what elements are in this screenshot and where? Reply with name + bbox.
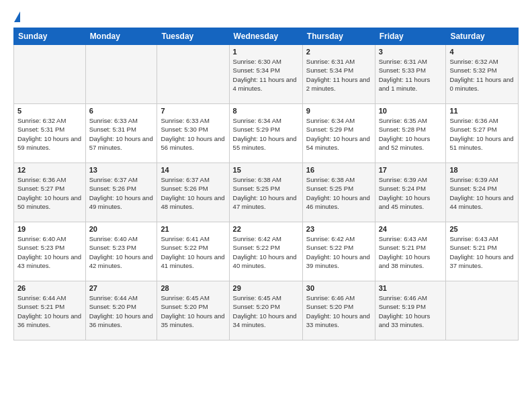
- day-info: Sunrise: 6:39 AM Sunset: 5:24 PM Dayligh…: [379, 175, 443, 211]
- day-info: Sunrise: 6:31 AM Sunset: 5:33 PM Dayligh…: [379, 57, 443, 93]
- calendar-cell: 31Sunrise: 6:46 AM Sunset: 5:19 PM Dayli…: [375, 281, 446, 340]
- calendar-cell: 2Sunrise: 6:31 AM Sunset: 5:34 PM Daylig…: [302, 45, 375, 104]
- day-info: Sunrise: 6:39 AM Sunset: 5:24 PM Dayligh…: [449, 175, 515, 211]
- calendar-body: 1Sunrise: 6:30 AM Sunset: 5:34 PM Daylig…: [14, 45, 519, 340]
- day-info: Sunrise: 6:45 AM Sunset: 5:20 PM Dayligh…: [233, 293, 299, 329]
- day-number: 9: [306, 107, 371, 115]
- day-info: Sunrise: 6:40 AM Sunset: 5:23 PM Dayligh…: [17, 234, 82, 270]
- day-number: 30: [306, 284, 371, 292]
- calendar-cell: 12Sunrise: 6:36 AM Sunset: 5:27 PM Dayli…: [14, 163, 86, 222]
- day-info: Sunrise: 6:34 AM Sunset: 5:29 PM Dayligh…: [233, 116, 299, 152]
- day-number: 13: [89, 166, 154, 174]
- day-number: 29: [233, 284, 299, 292]
- day-info: Sunrise: 6:37 AM Sunset: 5:26 PM Dayligh…: [89, 175, 154, 211]
- calendar-cell: 22Sunrise: 6:42 AM Sunset: 5:22 PM Dayli…: [229, 222, 302, 281]
- calendar-cell: 8Sunrise: 6:34 AM Sunset: 5:29 PM Daylig…: [229, 104, 302, 163]
- day-number: 5: [17, 107, 82, 115]
- calendar-cell: 23Sunrise: 6:42 AM Sunset: 5:22 PM Dayli…: [302, 222, 375, 281]
- day-info: Sunrise: 6:42 AM Sunset: 5:22 PM Dayligh…: [233, 234, 299, 270]
- day-info: Sunrise: 6:43 AM Sunset: 5:21 PM Dayligh…: [379, 234, 443, 270]
- calendar-cell: 25Sunrise: 6:43 AM Sunset: 5:21 PM Dayli…: [446, 222, 519, 281]
- day-number: 3: [379, 48, 443, 56]
- day-number: 12: [17, 166, 82, 174]
- calendar-cell: 5Sunrise: 6:32 AM Sunset: 5:31 PM Daylig…: [14, 104, 86, 163]
- calendar-cell: 9Sunrise: 6:34 AM Sunset: 5:29 PM Daylig…: [302, 104, 375, 163]
- day-number: 7: [161, 107, 225, 115]
- day-number: 16: [306, 166, 371, 174]
- calendar-cell: 16Sunrise: 6:38 AM Sunset: 5:25 PM Dayli…: [302, 163, 375, 222]
- week-row-1: 1Sunrise: 6:30 AM Sunset: 5:34 PM Daylig…: [14, 45, 519, 104]
- day-number: 1: [233, 48, 299, 56]
- logo-triangle-icon: [14, 11, 20, 22]
- calendar-cell: 10Sunrise: 6:35 AM Sunset: 5:28 PM Dayli…: [375, 104, 446, 163]
- calendar-cell: 19Sunrise: 6:40 AM Sunset: 5:23 PM Dayli…: [14, 222, 86, 281]
- day-number: 31: [379, 284, 443, 292]
- header: [13, 11, 519, 22]
- calendar-header: SundayMondayTuesdayWednesdayThursdayFrid…: [14, 28, 519, 45]
- day-info: Sunrise: 6:42 AM Sunset: 5:22 PM Dayligh…: [306, 234, 371, 270]
- weekday-header-sunday: Sunday: [14, 28, 86, 45]
- day-info: Sunrise: 6:36 AM Sunset: 5:27 PM Dayligh…: [449, 116, 515, 152]
- day-info: Sunrise: 6:30 AM Sunset: 5:34 PM Dayligh…: [233, 57, 299, 93]
- day-info: Sunrise: 6:43 AM Sunset: 5:21 PM Dayligh…: [449, 234, 515, 270]
- weekday-header-tuesday: Tuesday: [157, 28, 229, 45]
- calendar-cell: [85, 45, 157, 104]
- calendar-cell: 21Sunrise: 6:41 AM Sunset: 5:22 PM Dayli…: [157, 222, 229, 281]
- day-number: 23: [306, 225, 371, 233]
- calendar-cell: 29Sunrise: 6:45 AM Sunset: 5:20 PM Dayli…: [229, 281, 302, 340]
- day-number: 18: [449, 166, 515, 174]
- day-number: 22: [233, 225, 299, 233]
- day-number: 15: [233, 166, 299, 174]
- weekday-header-row: SundayMondayTuesdayWednesdayThursdayFrid…: [14, 28, 519, 45]
- day-info: Sunrise: 6:36 AM Sunset: 5:27 PM Dayligh…: [17, 175, 82, 211]
- weekday-header-saturday: Saturday: [446, 28, 519, 45]
- day-info: Sunrise: 6:32 AM Sunset: 5:31 PM Dayligh…: [17, 116, 82, 152]
- calendar-cell: 7Sunrise: 6:33 AM Sunset: 5:30 PM Daylig…: [157, 104, 229, 163]
- day-info: Sunrise: 6:34 AM Sunset: 5:29 PM Dayligh…: [306, 116, 371, 152]
- calendar-cell: 27Sunrise: 6:44 AM Sunset: 5:20 PM Dayli…: [85, 281, 157, 340]
- week-row-4: 19Sunrise: 6:40 AM Sunset: 5:23 PM Dayli…: [14, 222, 519, 281]
- day-info: Sunrise: 6:38 AM Sunset: 5:25 PM Dayligh…: [233, 175, 299, 211]
- calendar-cell: 18Sunrise: 6:39 AM Sunset: 5:24 PM Dayli…: [446, 163, 519, 222]
- weekday-header-wednesday: Wednesday: [229, 28, 302, 45]
- day-number: 25: [449, 225, 515, 233]
- calendar-cell: 4Sunrise: 6:32 AM Sunset: 5:32 PM Daylig…: [446, 45, 519, 104]
- day-info: Sunrise: 6:44 AM Sunset: 5:21 PM Dayligh…: [17, 293, 82, 329]
- weekday-header-friday: Friday: [375, 28, 446, 45]
- calendar-cell: 20Sunrise: 6:40 AM Sunset: 5:23 PM Dayli…: [85, 222, 157, 281]
- week-row-3: 12Sunrise: 6:36 AM Sunset: 5:27 PM Dayli…: [14, 163, 519, 222]
- calendar-cell: 6Sunrise: 6:33 AM Sunset: 5:31 PM Daylig…: [85, 104, 157, 163]
- day-number: 28: [161, 284, 225, 292]
- day-number: 11: [449, 107, 515, 115]
- day-info: Sunrise: 6:41 AM Sunset: 5:22 PM Dayligh…: [161, 234, 225, 270]
- day-number: 19: [17, 225, 82, 233]
- day-number: 27: [89, 284, 154, 292]
- calendar-cell: 14Sunrise: 6:37 AM Sunset: 5:26 PM Dayli…: [157, 163, 229, 222]
- day-number: 4: [449, 48, 515, 56]
- day-number: 2: [306, 48, 371, 56]
- day-number: 20: [89, 225, 154, 233]
- day-number: 26: [17, 284, 82, 292]
- calendar-cell: [157, 45, 229, 104]
- calendar-cell: [14, 45, 86, 104]
- calendar-page: SundayMondayTuesdayWednesdayThursdayFrid…: [0, 0, 532, 347]
- week-row-5: 26Sunrise: 6:44 AM Sunset: 5:21 PM Dayli…: [14, 281, 519, 340]
- calendar-cell: [446, 281, 519, 340]
- day-info: Sunrise: 6:38 AM Sunset: 5:25 PM Dayligh…: [306, 175, 371, 211]
- day-info: Sunrise: 6:35 AM Sunset: 5:28 PM Dayligh…: [379, 116, 443, 152]
- day-info: Sunrise: 6:46 AM Sunset: 5:19 PM Dayligh…: [379, 293, 443, 329]
- day-number: 24: [379, 225, 443, 233]
- day-info: Sunrise: 6:37 AM Sunset: 5:26 PM Dayligh…: [161, 175, 225, 211]
- weekday-header-monday: Monday: [85, 28, 157, 45]
- day-number: 21: [161, 225, 225, 233]
- calendar-cell: 1Sunrise: 6:30 AM Sunset: 5:34 PM Daylig…: [229, 45, 302, 104]
- day-info: Sunrise: 6:32 AM Sunset: 5:32 PM Dayligh…: [449, 57, 515, 93]
- calendar-cell: 3Sunrise: 6:31 AM Sunset: 5:33 PM Daylig…: [375, 45, 446, 104]
- calendar-cell: 26Sunrise: 6:44 AM Sunset: 5:21 PM Dayli…: [14, 281, 86, 340]
- calendar-cell: 17Sunrise: 6:39 AM Sunset: 5:24 PM Dayli…: [375, 163, 446, 222]
- calendar-cell: 15Sunrise: 6:38 AM Sunset: 5:25 PM Dayli…: [229, 163, 302, 222]
- day-info: Sunrise: 6:40 AM Sunset: 5:23 PM Dayligh…: [89, 234, 154, 270]
- day-info: Sunrise: 6:33 AM Sunset: 5:30 PM Dayligh…: [161, 116, 225, 152]
- weekday-header-thursday: Thursday: [302, 28, 375, 45]
- calendar-cell: 30Sunrise: 6:46 AM Sunset: 5:20 PM Dayli…: [302, 281, 375, 340]
